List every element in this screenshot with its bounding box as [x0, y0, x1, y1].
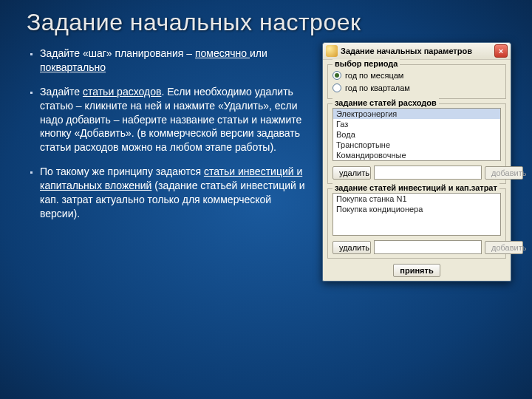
- window-title: Задание начальных параметров: [341, 47, 491, 55]
- period-group: выбор периода год по месяцам год по квар…: [327, 64, 506, 99]
- radio-icon: [332, 83, 341, 92]
- app-icon: [326, 45, 338, 57]
- accept-button[interactable]: принять: [393, 264, 440, 277]
- list-item[interactable]: Покупка станка N1: [333, 194, 500, 204]
- list-item[interactable]: Газ: [333, 119, 500, 129]
- settings-window: Задание начальных параметров × выбор пер…: [322, 42, 511, 282]
- invest-input[interactable]: [374, 240, 482, 254]
- period-legend: выбор периода: [332, 59, 400, 68]
- radio-quarters[interactable]: год по кварталам: [332, 82, 501, 95]
- radio-months-label: год по месяцам: [345, 71, 403, 80]
- expenses-group: задание статей расходов Электроэнергия Г…: [327, 103, 506, 184]
- expenses-delete-button[interactable]: удалить: [332, 166, 371, 180]
- expenses-list[interactable]: Электроэнергия Газ Вода Транспортыне Ком…: [332, 108, 501, 161]
- expenses-input[interactable]: [374, 166, 482, 180]
- list-item[interactable]: Вода: [333, 129, 500, 140]
- list-item[interactable]: Транспортыне: [333, 140, 500, 150]
- invest-group: задание статей инвестиций и кап.затрат П…: [327, 188, 506, 259]
- bullet-3: По такому же принципу задаются статьи ин…: [40, 165, 312, 221]
- invest-legend: задание статей инвестиций и кап.затрат: [332, 183, 499, 192]
- close-icon: ×: [499, 47, 503, 55]
- bullet-1: Задайте «шаг» планирования – помесячно и…: [40, 47, 312, 75]
- page-title: Задание начальных настроек: [27, 9, 511, 36]
- list-item[interactable]: Покупка кондиционера: [333, 204, 500, 214]
- invest-delete-button[interactable]: удалить: [332, 241, 371, 254]
- radio-quarters-label: год по кварталам: [345, 83, 410, 92]
- bullet-list: Задайте «шаг» планирования – помесячно и…: [27, 42, 312, 282]
- invest-list[interactable]: Покупка станка N1 Покупка кондиционера: [332, 193, 501, 236]
- window-titlebar[interactable]: Задание начальных параметров ×: [323, 43, 511, 60]
- invest-add-button[interactable]: добавить: [485, 241, 523, 254]
- expenses-add-button[interactable]: добавить: [485, 166, 523, 180]
- list-item[interactable]: Командировочные: [333, 150, 500, 160]
- radio-months[interactable]: год по месяцам: [332, 69, 501, 82]
- list-item[interactable]: Электроэнергия: [333, 109, 500, 119]
- expenses-legend: задание статей расходов: [332, 98, 439, 107]
- bullet-2: Задайте статьи расходов. Если необходимо…: [40, 85, 312, 154]
- radio-icon: [332, 71, 341, 80]
- close-button[interactable]: ×: [494, 44, 508, 58]
